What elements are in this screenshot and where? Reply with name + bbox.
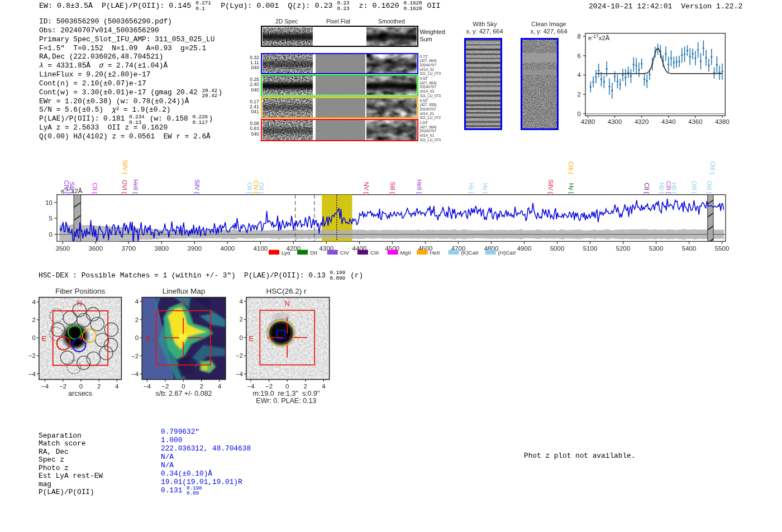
svg-text:4380: 4380 <box>715 118 729 125</box>
svg-text:2: 2 <box>135 317 139 323</box>
svg-text:0: 0 <box>49 231 53 238</box>
svg-text:2: 2 <box>304 383 307 390</box>
svg-text:Lineflux Map: Lineflux Map <box>163 287 206 295</box>
svg-text:−4: −4 <box>236 371 244 377</box>
svg-text:−2: −2 <box>161 383 169 390</box>
svg-text:3500: 3500 <box>56 245 70 252</box>
svg-text:MgII: MgII <box>400 250 411 256</box>
svg-text:N: N <box>77 299 82 308</box>
svg-text:0: 0 <box>135 334 139 341</box>
svg-text:−2: −2 <box>131 353 139 360</box>
svg-text:4: 4 <box>218 383 222 390</box>
svg-text:0: 0 <box>79 383 83 390</box>
svg-text:5200: 5200 <box>616 245 631 252</box>
svg-text:−2: −2 <box>59 383 66 390</box>
svg-text:4300: 4300 <box>608 118 622 125</box>
svg-text:4: 4 <box>322 383 326 390</box>
svg-text:EWr: 0. PLAE: 0.13: EWr: 0. PLAE: 0.13 <box>256 397 316 405</box>
svg-text:−2: −2 <box>265 383 273 390</box>
svg-text:HSC(26.2) r: HSC(26.2) r <box>266 287 307 295</box>
svg-text:E: E <box>249 334 254 343</box>
svg-text:−4: −4 <box>131 371 139 377</box>
svg-text:0: 0 <box>285 383 289 390</box>
svg-text:−2: −2 <box>28 352 36 359</box>
svg-text:0: 0 <box>182 383 185 390</box>
svg-text:4: 4 <box>32 299 36 305</box>
svg-text:HeII: HeII <box>430 250 440 256</box>
svg-text:3800: 3800 <box>155 245 169 252</box>
svg-text:−4: −4 <box>41 383 49 390</box>
svg-text:4: 4 <box>115 383 119 390</box>
svg-text:Lyα: Lyα <box>282 250 290 256</box>
svg-text:4320: 4320 <box>635 118 649 125</box>
svg-text:OII: OII <box>310 250 317 256</box>
svg-text:Fiber Positions: Fiber Positions <box>55 287 106 295</box>
svg-text:N: N <box>285 299 290 308</box>
svg-text:E: E <box>42 334 47 343</box>
svg-text:m:19.0 re:1.3" s:0.9": m:19.0 re:1.3" s:0.9" <box>252 390 320 397</box>
svg-text:N: N <box>180 299 185 308</box>
svg-text:5500: 5500 <box>715 245 729 252</box>
svg-text:4360: 4360 <box>688 118 703 125</box>
svg-text:2: 2 <box>199 383 203 390</box>
svg-text:4340: 4340 <box>661 118 676 125</box>
svg-text:4: 4 <box>239 298 243 305</box>
svg-text:3700: 3700 <box>122 245 136 252</box>
svg-text:5000: 5000 <box>550 245 565 252</box>
svg-text:2: 2 <box>97 383 101 390</box>
svg-text:4: 4 <box>578 71 581 78</box>
svg-text:4280: 4280 <box>581 118 595 125</box>
svg-text:(K)CaII: (K)CaII <box>461 250 479 256</box>
svg-text:arcsecs: arcsecs <box>68 390 92 397</box>
svg-text:5300: 5300 <box>649 245 664 252</box>
svg-text:3600: 3600 <box>89 245 103 252</box>
svg-text:CIII: CIII <box>370 250 379 256</box>
svg-text:CIV: CIV <box>340 250 350 256</box>
svg-text:−4: −4 <box>144 383 151 390</box>
svg-text:−2: −2 <box>236 352 243 359</box>
svg-text:−4: −4 <box>28 371 36 377</box>
svg-text:e-17x2Å: e-17x2Å <box>588 33 610 41</box>
svg-text:5400: 5400 <box>682 245 697 252</box>
svg-text:2: 2 <box>32 317 35 323</box>
svg-text:E: E <box>146 334 151 343</box>
svg-text:6: 6 <box>578 52 581 59</box>
svg-text:4000: 4000 <box>221 245 235 252</box>
svg-text:−4: −4 <box>247 383 255 390</box>
svg-text:4100: 4100 <box>254 245 268 252</box>
svg-text:2: 2 <box>578 91 581 98</box>
svg-text:0: 0 <box>239 334 242 341</box>
svg-text:5: 5 <box>49 215 53 222</box>
svg-text:10: 10 <box>45 199 53 206</box>
svg-text:0: 0 <box>32 334 35 341</box>
svg-text:2: 2 <box>239 316 242 323</box>
svg-text:(H)CaII: (H)CaII <box>498 250 516 256</box>
svg-text:4: 4 <box>135 298 139 305</box>
svg-text:s/b: 2.67 +/- 0.082: s/b: 2.67 +/- 0.082 <box>155 390 212 397</box>
svg-text:5100: 5100 <box>583 245 598 252</box>
svg-text:0: 0 <box>578 111 581 117</box>
svg-text:3900: 3900 <box>188 245 202 252</box>
svg-text:4900: 4900 <box>517 245 532 252</box>
svg-text:8: 8 <box>578 33 581 40</box>
